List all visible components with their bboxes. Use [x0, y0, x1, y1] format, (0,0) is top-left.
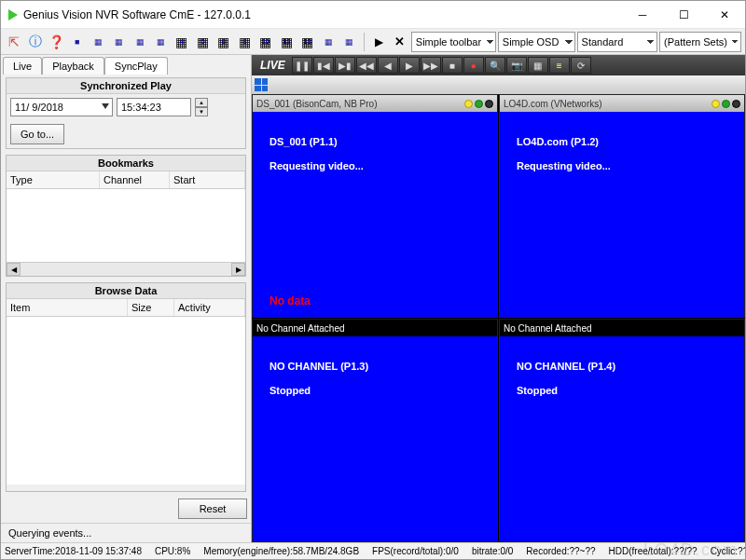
browse-list[interactable]	[7, 317, 245, 485]
minimize-button[interactable]: ─	[622, 2, 663, 28]
osd-mode-select[interactable]: Simple OSD	[498, 32, 575, 52]
video-pane-1[interactable]: DS_001 (BisonCam, NB Pro) DS_001 (P1.1) …	[252, 94, 498, 318]
browse-panel: Browse Data Item Size Activity	[6, 282, 246, 492]
col-item[interactable]: Item	[7, 299, 128, 316]
status-bitrate: bitrate:0/0	[472, 546, 513, 556]
stop-button[interactable]: ✕	[390, 32, 408, 52]
status-bar: ServerTime:2018-11-09 15:37:48 CPU:8% Me…	[1, 542, 745, 559]
status-dot-green	[475, 100, 483, 108]
play-button-player[interactable]: ▶	[399, 57, 420, 74]
pane3-line1: NO CHANNEL (P1.3)	[269, 361, 480, 372]
bookmarks-panel: Bookmarks Type Channel Start ◀ ▶	[6, 155, 246, 277]
pane1-header: DS_001 (BisonCam, NB Pro)	[253, 95, 497, 112]
goto-button[interactable]: Go to...	[10, 124, 64, 144]
pane1-nodata: No data	[269, 294, 311, 307]
exit-icon[interactable]: ⇱	[5, 32, 23, 52]
status-dot-yellow	[464, 100, 473, 108]
snapshot-button[interactable]: 📷	[506, 57, 527, 74]
col-size[interactable]: Size	[128, 299, 174, 316]
prev-button[interactable]: ◀	[378, 57, 398, 74]
layout-n13-icon[interactable]: ▦13	[298, 32, 317, 52]
layout-mode-select[interactable]: Standard	[577, 32, 657, 52]
time-spinner[interactable]: ▲▼	[195, 98, 208, 116]
live-label: LIVE	[255, 59, 291, 72]
pane4-line1: NO CHANNEL (P1.4)	[517, 361, 727, 372]
step-fwd-button[interactable]: ▶▮	[335, 57, 355, 74]
layout-n4-icon[interactable]: ▦4	[173, 32, 191, 52]
play-button[interactable]: ▶	[369, 32, 388, 52]
sync-date-input[interactable]	[10, 98, 113, 116]
video-grid: DS_001 (BisonCam, NB Pro) DS_001 (P1.1) …	[252, 94, 745, 542]
grid-icon[interactable]	[255, 78, 268, 91]
color-button[interactable]: ≡	[549, 57, 570, 74]
pane3-title: No Channel Attached	[256, 323, 345, 334]
video-pane-4[interactable]: No Channel Attached NO CHANNEL (P1.4) St…	[499, 319, 745, 542]
status-dot-green	[722, 100, 730, 108]
layout-16-icon[interactable]: ▦	[131, 32, 149, 52]
help-icon[interactable]: ❓	[47, 32, 65, 52]
bookmarks-title: Bookmarks	[7, 156, 245, 171]
col-start[interactable]: Start	[170, 171, 245, 188]
scroll-right-icon[interactable]: ▶	[231, 263, 245, 276]
pane2-line2: Requesting video...	[517, 160, 727, 171]
video-pane-2[interactable]: LO4D.com (VNetworks) LO4D.com (P1.2) Req…	[499, 94, 745, 318]
pane2-title: LO4D.com (VNetworks)	[504, 99, 602, 109]
pane2-header: LO4D.com (VNetworks)	[500, 95, 744, 112]
toolbar-mode-select[interactable]: Simple toolbar	[411, 32, 496, 52]
layout-custom2-icon[interactable]: ▦	[340, 32, 359, 52]
status-memory: Memory(engine/free):58.7MB/24.8GB	[203, 546, 359, 556]
col-type[interactable]: Type	[7, 171, 100, 188]
stop-player-button[interactable]: ■	[442, 57, 463, 74]
layout-9-icon[interactable]: ▦	[109, 32, 128, 52]
layout-1-icon[interactable]: ■	[67, 32, 86, 52]
layout-n6-icon[interactable]: ▦6	[214, 32, 233, 52]
maximize-button[interactable]: ☐	[663, 2, 704, 28]
status-dot-black	[732, 100, 740, 108]
pane2-line1: LO4D.com (P1.2)	[517, 136, 727, 147]
video-pane-3[interactable]: No Channel Attached NO CHANNEL (P1.3) St…	[252, 319, 498, 542]
video-area: LIVE ❚❚ ▮◀ ▶▮ ◀◀ ◀ ▶ ▶▶ ■ ● 🔍 📷 ▦ ≡ ⟳ DS…	[252, 55, 745, 542]
tab-live[interactable]: Live	[3, 57, 42, 75]
layout-25-icon[interactable]: ▦	[151, 32, 170, 52]
status-dot-yellow	[711, 100, 720, 108]
sidebar-tabs: Live Playback SyncPlay	[1, 55, 251, 75]
pane4-title: No Channel Attached	[504, 323, 592, 334]
status-hdd: HDD(free/total):??/??	[609, 546, 698, 556]
col-channel[interactable]: Channel	[100, 171, 170, 188]
layout-custom1-icon[interactable]: ▦	[319, 32, 338, 52]
zoom-button[interactable]: 🔍	[485, 57, 505, 74]
refresh-button[interactable]: ⟳	[571, 57, 591, 74]
sync-title: Synchronized Play	[7, 78, 245, 94]
scroll-left-icon[interactable]: ◀	[7, 263, 21, 276]
info-icon[interactable]: ⓘ	[25, 32, 44, 52]
layout-n10-icon[interactable]: ▦10	[256, 32, 275, 52]
col-activity[interactable]: Activity	[174, 299, 245, 316]
pane1-line2: Requesting video...	[269, 160, 480, 171]
tab-syncplay[interactable]: SyncPlay	[104, 57, 168, 75]
step-back-button[interactable]: ▮◀	[313, 57, 334, 74]
tab-playback[interactable]: Playback	[42, 57, 104, 75]
left-sidebar: Live Playback SyncPlay Synchronized Play…	[1, 55, 252, 542]
bookmarks-hscroll[interactable]: ◀ ▶	[7, 262, 245, 276]
record-button[interactable]: ●	[463, 57, 484, 74]
query-status: Querying events...	[1, 523, 251, 542]
pane1-line1: DS_001 (P1.1)	[269, 136, 480, 147]
layout-n8-icon[interactable]: ▦8	[235, 32, 254, 52]
grid-button[interactable]: ▦	[528, 57, 548, 74]
pane1-title: DS_001 (BisonCam, NB Pro)	[256, 99, 378, 109]
layout-4-icon[interactable]: ▦	[89, 32, 107, 52]
layout-n5-icon[interactable]: ▦5	[193, 32, 212, 52]
status-servertime: ServerTime:2018-11-09 15:37:48	[5, 546, 142, 556]
fastfwd-button[interactable]: ▶▶	[421, 57, 441, 74]
layout-n12-icon[interactable]: ▦12	[277, 32, 296, 52]
reset-button[interactable]: Reset	[178, 499, 247, 519]
pause-button[interactable]: ❚❚	[292, 57, 312, 74]
pattern-sets-select[interactable]: (Pattern Sets)	[659, 32, 741, 52]
close-button[interactable]: ✕	[704, 2, 745, 28]
status-recorded: Recorded:??~??	[526, 546, 595, 556]
sync-time-input[interactable]	[117, 98, 191, 116]
rewind-button[interactable]: ◀◀	[356, 57, 377, 74]
bookmarks-header: Type Channel Start	[7, 171, 245, 189]
bookmarks-list[interactable]	[7, 189, 245, 262]
browse-title: Browse Data	[7, 283, 245, 299]
